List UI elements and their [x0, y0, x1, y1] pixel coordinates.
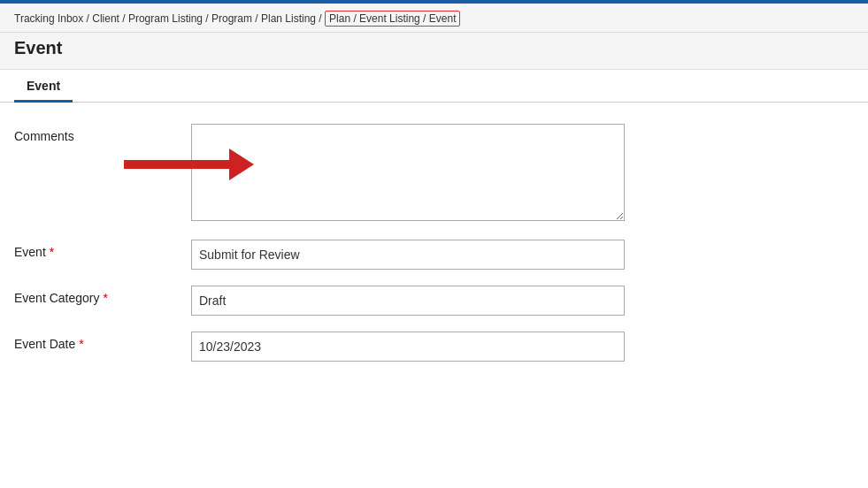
arrow-shaft — [124, 160, 230, 169]
event-required-star: * — [50, 245, 54, 259]
event-control — [191, 240, 625, 270]
event-category-control — [191, 286, 625, 316]
event-date-control — [191, 332, 625, 362]
page-title: Event — [14, 38, 62, 57]
breadcrumb-highlight: Plan / Event Listing / Event — [325, 11, 460, 27]
arrow-annotation — [124, 149, 254, 180]
event-date-label: Event Date * — [14, 332, 191, 351]
arrow-head — [229, 149, 254, 180]
page-title-bar: Event — [0, 33, 868, 70]
event-category-label: Event Category * — [14, 286, 191, 305]
event-category-input[interactable] — [191, 286, 625, 316]
event-label: Event * — [14, 240, 191, 259]
event-category-required-star: * — [104, 291, 108, 305]
event-input[interactable] — [191, 240, 625, 270]
form-area: Comments Event * Event Category * Event … — [0, 103, 868, 392]
breadcrumb-bar: Tracking Inbox / Client / Program Listin… — [0, 4, 868, 33]
tab-event[interactable]: Event — [14, 70, 73, 103]
breadcrumb-prefix: Tracking Inbox / Client / Program Listin… — [14, 12, 325, 25]
comments-control — [191, 124, 625, 224]
event-row: Event * — [14, 240, 854, 270]
event-date-input[interactable] — [191, 332, 625, 362]
event-date-required-star: * — [79, 337, 83, 351]
tabs-bar: Event — [0, 70, 868, 103]
event-category-row: Event Category * — [14, 286, 854, 316]
comments-textarea[interactable] — [191, 124, 625, 221]
event-date-row: Event Date * — [14, 332, 854, 362]
comments-label: Comments — [14, 124, 191, 143]
